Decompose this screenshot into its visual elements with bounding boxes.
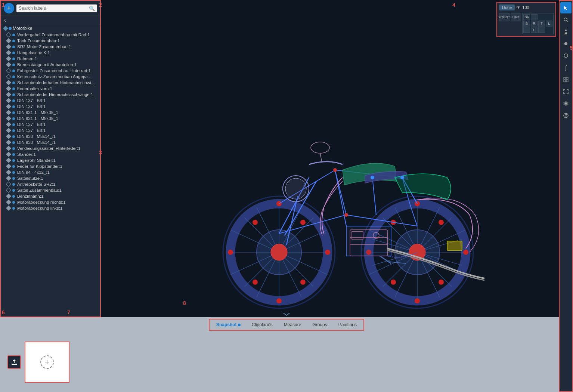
dot-indicator (12, 207, 15, 210)
settings-tool-button[interactable] (560, 98, 572, 109)
letter-F[interactable]: F (531, 27, 538, 33)
letter-R[interactable]: R (531, 21, 538, 27)
grid-tool-button[interactable] (560, 74, 572, 85)
tree-item[interactable]: Antriebskette SR2:1 (1, 181, 100, 187)
dot-indicator (12, 34, 15, 36)
letter-T[interactable]: T (538, 21, 545, 27)
tab-snapshot[interactable]: Snapshot (211, 321, 246, 328)
svg-point-77 (564, 42, 567, 45)
grid-icon (563, 77, 569, 82)
zoom-tool-button[interactable] (560, 14, 572, 25)
settings-icon (563, 101, 569, 106)
tree-item[interactable]: DIN 137 - B8:1 (1, 98, 100, 104)
letter-B[interactable]: B (523, 21, 530, 27)
tree-item[interactable]: Sattel Zusammenbau:1 (1, 187, 100, 193)
done-bar: Done 👁 100 (499, 4, 554, 10)
tree-item[interactable]: Federhalter vorn:1 (1, 86, 100, 92)
dot-icon (563, 41, 569, 46)
circle-tool-button[interactable] (560, 50, 572, 61)
tab-paintings[interactable]: Paintings (333, 321, 362, 328)
tree-item[interactable]: Fahrgestell Zusammenbau Hinterrad:1 (1, 68, 100, 74)
person-tool-button[interactable] (560, 26, 572, 37)
tree-item[interactable]: DIN 137 - B8:1 (1, 127, 100, 133)
svg-point-78 (564, 54, 568, 58)
item-icon (6, 158, 11, 163)
letter-L[interactable]: L (546, 21, 552, 27)
tree-item[interactable]: SR2 Motor Zusammenbau:1 (1, 44, 100, 50)
label-8: 8 (183, 300, 186, 306)
label-6: 6 (2, 309, 5, 315)
snapshot-thumbnail[interactable]: + (25, 342, 69, 383)
left-panel: + 🔍 ☇ Motorbike Vordergabel Zusammenbau … (0, 0, 101, 317)
tree-item[interactable]: Benzinhahn:1 (1, 193, 100, 199)
tree-item[interactable]: Hängelasche K:1 (1, 50, 100, 56)
item-icon (6, 74, 11, 79)
tree-item[interactable]: Ständer:1 (1, 151, 100, 157)
tree-item[interactable]: Feder für Kippständer:1 (1, 163, 100, 169)
tab-clipplanes[interactable]: Clipplanes (247, 321, 278, 328)
tree-item[interactable]: DIN 931-1 - M8x35_1 (1, 109, 100, 115)
tree-item[interactable]: DIN 933 - M8x14_:1 (1, 139, 100, 145)
done-button[interactable]: Done (499, 4, 515, 10)
tree-item[interactable]: Vordergabel Zusammenbau mit Rad:1 (1, 32, 100, 38)
tab-measure[interactable]: Measure (279, 321, 307, 328)
search-input[interactable] (19, 6, 87, 11)
tree-item[interactable]: Lagerrohr Ständer:1 (1, 157, 100, 163)
dot-indicator (12, 201, 15, 204)
tree-item[interactable]: Schraubenfederhalter Hinterachsschwi... (1, 80, 100, 86)
tree-item[interactable]: Schraubenfeder Hinterachssschwinge:1 (1, 92, 100, 98)
tree-item-label: Ständer:1 (17, 152, 36, 157)
expand-icon (563, 89, 569, 94)
tree-item[interactable]: Tank Zusammenbau:1 (1, 38, 100, 44)
tree-item-root[interactable]: Motorbike (1, 25, 100, 32)
tree-item-label: Tank Zusammenbau:1 (17, 38, 60, 43)
letter-empty3 (538, 27, 545, 33)
dot-indicator (12, 81, 15, 84)
tree-list[interactable]: Motorbike Vordergabel Zusammenbau mit Ra… (1, 25, 100, 317)
layers-icon: ☇ (4, 18, 6, 23)
script-tool-button[interactable]: ʃ (560, 62, 572, 73)
tab-groups[interactable]: Groups (307, 321, 332, 328)
search-input-wrapper: 🔍 (16, 4, 97, 12)
svg-point-22 (439, 280, 444, 285)
tree-item[interactable]: DIN 137 - B8:1 (1, 121, 100, 127)
tree-item[interactable]: Verkleidungskasten Hinterfeder:1 (1, 145, 100, 151)
tree-item-label: DIN 137 - B8:1 (17, 98, 46, 103)
item-icon (6, 104, 11, 109)
tree-item[interactable]: DIN 933 - M8x14_:1 (1, 133, 100, 139)
dot-indicator (12, 52, 15, 54)
front-view-button[interactable]: FRONT (499, 13, 509, 21)
tree-item[interactable]: Kettenschutz Zusammenbau Angepa... (1, 74, 100, 80)
upload-icon (11, 359, 17, 365)
tree-item-label: DIN 931-1 - M8x35_1 (17, 110, 58, 115)
dot-indicator (12, 105, 15, 108)
select-tool-button[interactable] (560, 2, 572, 13)
upload-button[interactable] (7, 355, 21, 369)
tree-item-label: Verkleidungskasten Hinterfeder:1 (17, 146, 80, 151)
help-tool-button[interactable] (560, 110, 572, 121)
bottom-chevron[interactable] (283, 311, 290, 317)
tree-root-label: Motorbike (13, 26, 32, 31)
tree-item[interactable]: DIN 94 - 4x32_:1 (1, 169, 100, 175)
tree-item[interactable]: Motorabdeckung links:1 (1, 205, 100, 211)
letter-Ba[interactable]: Ba (523, 14, 530, 20)
tree-item[interactable]: Sattelstütze:1 (1, 175, 100, 181)
person-icon (563, 29, 569, 34)
view-controls-panel: Done 👁 100 FRONT LIFT Ba B R T L (496, 2, 556, 37)
tree-item[interactable]: DIN 931-1 - M8x35_1 (1, 115, 100, 121)
item-icon (6, 80, 11, 85)
add-button[interactable]: + (4, 3, 14, 13)
tree-item[interactable]: Rahmen:1 (1, 56, 100, 62)
lift-view-button[interactable]: LIFT (511, 13, 521, 21)
item-icon (6, 98, 11, 103)
tree-item-label: DIN 137 - B8:1 (17, 104, 46, 109)
tree-item[interactable]: Bremsstange mit Anbauteilen:1 (1, 62, 100, 68)
item-icon (6, 146, 11, 151)
tree-item-label: Fahrgestell Zusammenbau Hinterrad:1 (17, 68, 91, 73)
letter-grid: Ba B R T L F (522, 13, 554, 34)
expand-tool-button[interactable] (560, 86, 572, 97)
dot-indicator (12, 153, 15, 156)
tree-item[interactable]: Motorabdeckung rechts:1 (1, 199, 100, 205)
tree-item-label: Hängelasche K:1 (17, 50, 50, 55)
tree-item[interactable]: DIN 137 - B8:1 (1, 104, 100, 109)
